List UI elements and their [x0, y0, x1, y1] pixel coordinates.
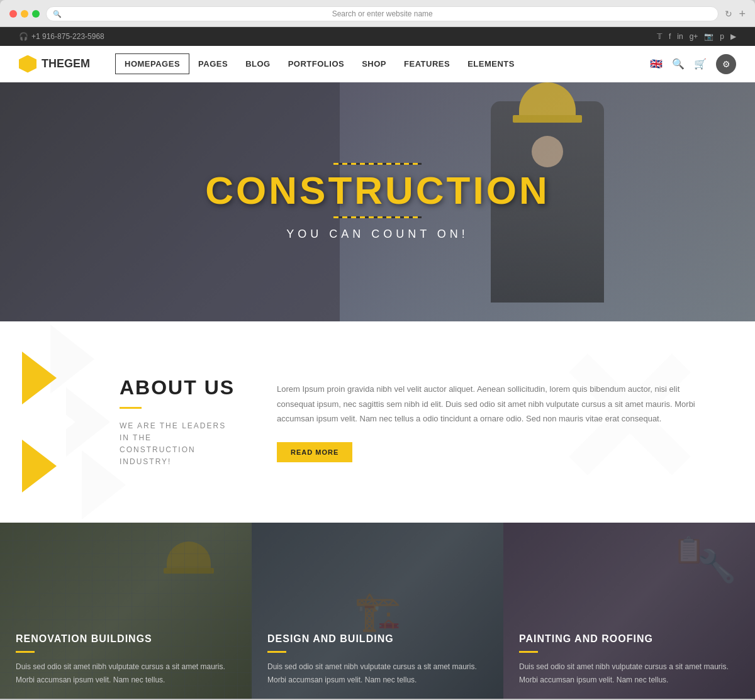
nav-links: HOMEPAGES PAGES BLOG PORTFOLIOS SHOP FEA… — [115, 53, 523, 74]
navbar: THEGEM HOMEPAGES PAGES BLOG PORTFOLIOS S… — [0, 46, 755, 82]
reload-icon[interactable]: ↻ — [725, 9, 732, 19]
logo-text: THEGEM — [42, 57, 90, 70]
service-divider-2 — [267, 651, 286, 653]
instagram-icon[interactable]: 📷 — [704, 32, 713, 41]
about-title: ABOUT US — [120, 376, 239, 399]
logo-icon — [19, 55, 36, 73]
stripe-decoration — [333, 163, 422, 165]
phone-number: 🎧 +1 916-875-223-5968 — [19, 32, 104, 41]
nav-homepages[interactable]: HOMEPAGES — [115, 53, 189, 74]
nav-blog[interactable]: BLOG — [237, 54, 279, 74]
hero-content: CONSTRUCTION YOU CAN COUNT ON! — [0, 163, 755, 241]
hero-section: CONSTRUCTION YOU CAN COUNT ON! — [0, 82, 755, 321]
nav-actions: 🇬🇧 🔍 🛒 — [650, 58, 707, 70]
browser-chrome: 🔍 Search or enter website name ↻ + — [0, 0, 755, 27]
headphone-icon: 🎧 — [19, 32, 28, 41]
service-text-1: Duis sed odio sit amet nibh vulputate cu… — [16, 660, 236, 686]
nav-shop[interactable]: SHOP — [353, 54, 395, 74]
search-nav-icon[interactable]: 🔍 — [672, 58, 685, 70]
website-content: 🎧 +1 916-875-223-5968 𝕋 f in g+ 📷 p ▶ TH… — [0, 27, 755, 699]
settings-button[interactable]: ⚙ — [716, 54, 736, 74]
service-text-2: Duis sed odio sit amet nibh vulputate cu… — [267, 660, 488, 686]
maximize-window-button[interactable] — [32, 10, 40, 18]
top-bar: 🎧 +1 916-875-223-5968 𝕋 f in g+ 📷 p ▶ — [0, 27, 755, 46]
about-right: Lorem Ipsum proin gravida nibh vel velit… — [277, 382, 717, 462]
read-more-button[interactable]: READ MORE — [277, 442, 352, 462]
search-icon: 🔍 — [53, 10, 62, 18]
service-card-renovation: RENOVATION BUILDINGS Duis sed odio sit a… — [0, 523, 252, 699]
service-card-design: 🏗️ DESIGN AND BUILDING Duis sed odio sit… — [252, 523, 503, 699]
service-text-3: Duis sed odio sit amet nibh vulputate cu… — [519, 660, 739, 686]
logo[interactable]: THEGEM — [19, 55, 90, 73]
googleplus-icon[interactable]: g+ — [690, 32, 698, 41]
pinterest-icon[interactable]: p — [720, 32, 724, 41]
address-bar[interactable]: 🔍 Search or enter website name — [46, 6, 719, 21]
hero-title: CONSTRUCTION — [0, 171, 755, 210]
service-card-painting: 🔧 📋 PAINTING AND ROOFING Duis sed odio s… — [503, 523, 755, 699]
service-content-1: RENOVATION BUILDINGS Duis sed odio sit a… — [0, 618, 252, 699]
service-title-2: DESIGN AND BUILDING — [267, 633, 488, 645]
nav-portfolios[interactable]: PORTFOLIOS — [279, 54, 354, 74]
hero-stripe-top — [0, 163, 755, 165]
window-controls — [9, 10, 40, 18]
add-tab-button[interactable]: + — [739, 8, 746, 21]
about-section: ✕ ABOUT US WE ARE THE LEADERS IN THECONS… — [0, 321, 755, 523]
linkedin-icon[interactable]: in — [677, 32, 683, 41]
youtube-icon[interactable]: ▶ — [730, 32, 736, 41]
about-left: ABOUT US WE ARE THE LEADERS IN THECONSTR… — [38, 376, 239, 469]
nav-elements[interactable]: ELEMENTS — [459, 54, 523, 74]
hero-subtitle: YOU CAN COUNT ON! — [0, 228, 755, 241]
service-title-1: RENOVATION BUILDINGS — [16, 633, 236, 645]
about-divider — [120, 407, 142, 409]
nav-features[interactable]: FEATURES — [395, 54, 459, 74]
services-section: RENOVATION BUILDINGS Duis sed odio sit a… — [0, 523, 755, 699]
cart-icon[interactable]: 🛒 — [694, 58, 707, 70]
about-subtitle: WE ARE THE LEADERS IN THECONSTRUCTION IN… — [120, 420, 239, 469]
service-divider-3 — [519, 651, 538, 653]
twitter-icon[interactable]: 𝕋 — [657, 32, 663, 41]
service-divider-1 — [16, 651, 35, 653]
social-links: 𝕋 f in g+ 📷 p ▶ — [657, 32, 736, 41]
facebook-icon[interactable]: f — [669, 32, 671, 41]
service-content-2: DESIGN AND BUILDING Duis sed odio sit am… — [252, 618, 503, 699]
close-window-button[interactable] — [9, 10, 17, 18]
language-flag[interactable]: 🇬🇧 — [650, 58, 663, 70]
service-title-3: PAINTING AND ROOFING — [519, 633, 739, 645]
about-body-text: Lorem Ipsum proin gravida nibh vel velit… — [277, 382, 717, 426]
minimize-window-button[interactable] — [21, 10, 28, 18]
stripe-decoration-bottom — [333, 216, 422, 218]
address-placeholder: Search or enter website name — [332, 9, 433, 18]
nav-pages[interactable]: PAGES — [189, 54, 237, 74]
service-content-3: PAINTING AND ROOFING Duis sed odio sit a… — [503, 618, 755, 699]
